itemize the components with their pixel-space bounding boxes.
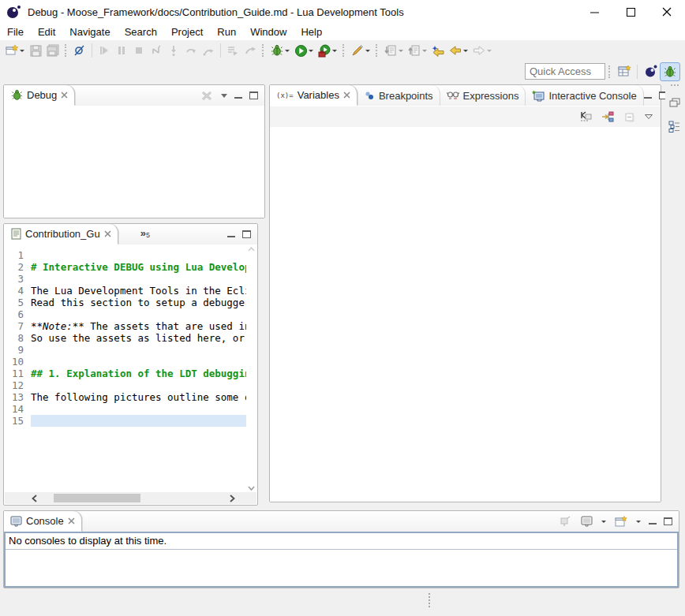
editor-line: 12	[4, 379, 246, 391]
editor-text-area[interactable]: 1 2# Interactive DEBUG using Lua Develop…	[4, 245, 246, 492]
minimize-view-icon[interactable]	[227, 231, 235, 237]
previous-annotation-button[interactable]	[406, 42, 429, 59]
open-perspective-button[interactable]	[615, 62, 634, 81]
terminate-button[interactable]	[130, 42, 148, 59]
step-over-button[interactable]	[182, 42, 200, 59]
statusbar-drag-handle[interactable]	[429, 593, 432, 607]
window-minimize-button[interactable]	[576, 0, 612, 24]
tab-debug[interactable]: Debug	[4, 85, 75, 106]
editor-vertical-scrollbar[interactable]	[246, 245, 256, 492]
collapse-all-icon[interactable]	[623, 110, 637, 124]
tab-interactive-console[interactable]: Interactive Console	[526, 85, 643, 106]
last-edit-location-button[interactable]	[429, 42, 447, 59]
step-return-button[interactable]	[200, 42, 217, 59]
minimize-view-icon[interactable]	[234, 92, 242, 99]
skip-all-breakpoints-button[interactable]	[71, 42, 88, 59]
new-wizard-dropdown[interactable]	[20, 49, 25, 53]
next-annotation-button[interactable]	[382, 42, 406, 59]
restore-views-icon[interactable]	[668, 95, 682, 110]
previous-annotation-dropdown[interactable]	[422, 49, 428, 53]
external-tools-dropdown[interactable]	[332, 49, 338, 53]
tab-expressions[interactable]: Expressions	[440, 85, 526, 106]
save-all-button[interactable]	[44, 42, 62, 59]
external-tools-button[interactable]	[316, 42, 339, 59]
maximize-view-icon[interactable]	[249, 91, 258, 99]
open-task-button[interactable]	[349, 42, 372, 59]
tab-contribution-guide[interactable]: Contribution_Gu	[4, 224, 118, 245]
run-dropdown[interactable]	[309, 49, 314, 53]
tab-console[interactable]: Console	[4, 511, 82, 532]
lua-app-icon	[7, 6, 21, 19]
pin-console-icon[interactable]	[558, 514, 572, 528]
debug-perspective-button[interactable]	[660, 62, 680, 81]
tab-close-icon[interactable]	[343, 91, 350, 99]
minimize-view-icon[interactable]	[649, 518, 657, 525]
menu-navigate[interactable]: Navigate	[62, 24, 117, 39]
step-into-button[interactable]	[165, 42, 182, 59]
open-console-icon[interactable]	[614, 514, 628, 528]
scroll-left-icon[interactable]	[32, 495, 46, 502]
scroll-right-icon[interactable]	[230, 495, 244, 502]
new-wizard-icon	[5, 43, 19, 58]
scrollbar-thumb[interactable]	[54, 494, 140, 502]
menu-file[interactable]: File	[0, 24, 31, 39]
variables-view-toolbar	[270, 106, 661, 127]
display-console-dropdown[interactable]	[601, 520, 607, 524]
menu-help[interactable]: Help	[294, 24, 329, 39]
next-annotation-dropdown[interactable]	[399, 49, 404, 53]
window-maximize-button[interactable]	[612, 0, 649, 24]
tab-close-icon[interactable]	[68, 517, 75, 525]
menu-project[interactable]: Project	[164, 24, 210, 39]
editor-line: 1	[4, 249, 246, 261]
toolbar-separator	[220, 43, 221, 58]
open-console-dropdown[interactable]	[636, 520, 642, 524]
editor-line: 14	[4, 403, 246, 415]
tab-close-icon[interactable]	[104, 230, 111, 237]
menu-window[interactable]: Window	[243, 24, 294, 39]
menu-bar: File Edit Navigate Search Project Run Wi…	[0, 24, 685, 40]
use-step-filters-icon	[226, 43, 240, 58]
view-menu-icon[interactable]	[221, 94, 227, 98]
maximize-view-icon[interactable]	[664, 517, 672, 525]
quick-access-input[interactable]	[525, 63, 605, 80]
menu-run[interactable]: Run	[210, 24, 243, 39]
back-dropdown[interactable]	[463, 49, 469, 53]
run-button[interactable]	[292, 42, 316, 59]
save-button[interactable]	[27, 42, 44, 59]
outline-view-icon[interactable]	[668, 119, 682, 133]
menu-edit[interactable]: Edit	[31, 24, 62, 39]
menu-search[interactable]: Search	[118, 24, 164, 39]
variables-stack-panel: (x)= Variables Breakpoints Expressions I…	[269, 84, 661, 502]
open-task-dropdown[interactable]	[365, 49, 371, 53]
debug-view-bug-icon	[10, 88, 23, 103]
use-step-filters-button[interactable]	[224, 42, 241, 59]
new-wizard-button[interactable]	[3, 42, 27, 59]
variables-icon: (x)=	[276, 91, 294, 99]
tab-variables[interactable]: (x)= Variables	[270, 85, 357, 106]
editor-horizontal-scrollbar[interactable]	[5, 492, 256, 504]
show-logical-structure-icon[interactable]	[601, 110, 615, 124]
forward-button[interactable]	[470, 42, 494, 59]
window-close-button[interactable]	[649, 0, 685, 24]
maximize-view-icon[interactable]	[242, 230, 251, 238]
trim-drag-handle[interactable]	[671, 84, 679, 86]
remove-all-terminated-icon[interactable]	[200, 88, 214, 103]
view-menu-icon[interactable]	[645, 114, 653, 119]
tab-close-icon[interactable]	[61, 91, 68, 99]
tab-breakpoints[interactable]: Breakpoints	[357, 85, 440, 106]
suspend-button[interactable]	[113, 42, 130, 59]
back-button[interactable]	[447, 42, 470, 59]
hidden-editors-chevron[interactable]: »5	[140, 224, 150, 245]
forward-dropdown[interactable]	[487, 49, 492, 53]
resume-button[interactable]	[95, 42, 113, 59]
minimize-view-icon[interactable]	[644, 92, 652, 99]
console-monitor-icon	[10, 514, 22, 528]
lua-perspective-button[interactable]	[641, 62, 660, 81]
debug-dropdown[interactable]	[285, 49, 290, 53]
debug-button[interactable]	[268, 42, 292, 59]
display-selected-console-icon[interactable]	[579, 514, 593, 528]
scroll-up-icon	[248, 247, 255, 252]
disconnect-button[interactable]	[148, 42, 165, 59]
drop-to-frame-button[interactable]	[241, 42, 259, 59]
show-constants-icon[interactable]	[578, 110, 593, 124]
